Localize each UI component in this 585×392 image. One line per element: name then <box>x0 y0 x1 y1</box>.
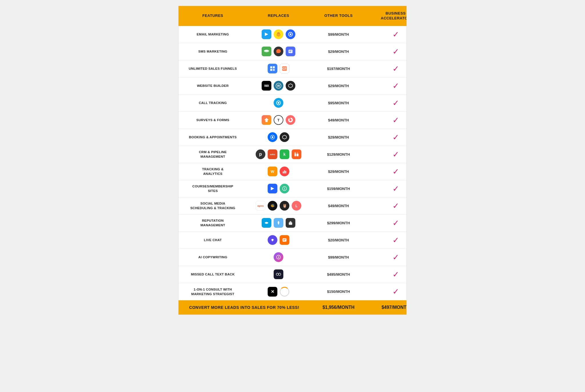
sms-icon3 <box>286 47 295 56</box>
svg-point-6 <box>290 33 291 35</box>
feature-label: AI COPYWRITING <box>179 251 247 263</box>
check-sms: ✓ <box>367 47 407 56</box>
twitter-x-icon: ✕ <box>268 287 277 297</box>
replaces-icons <box>247 95 310 111</box>
table-row: LIVE CHAT $20/MONTH ✓ <box>179 232 406 249</box>
check-ai: ✓ <box>367 253 407 262</box>
svg-rect-28 <box>284 170 285 173</box>
callrail-icon <box>274 98 283 108</box>
replaces-icons <box>247 232 310 248</box>
replaces-icons: T <box>247 112 310 128</box>
check-email: ✓ <box>367 30 407 39</box>
header-features: FEATURES <box>179 10 247 22</box>
table-row: EMAIL MARKETING $99/MONTH ✓ <box>179 26 406 43</box>
price-sms: $29/MONTH <box>310 49 367 54</box>
price-reputation: $299/MONTH <box>310 221 367 225</box>
agora-icon: agora <box>256 201 265 211</box>
svg-rect-29 <box>285 171 286 173</box>
svg-point-46 <box>276 273 279 275</box>
replaces-icons <box>247 27 310 42</box>
table-row: 1-ON-1 CONSULT WITHMARKETING STRATEGIST … <box>179 283 406 300</box>
activecampaign2-icon <box>286 29 295 39</box>
typeform-icon: T <box>274 115 283 125</box>
svg-rect-41 <box>283 238 287 242</box>
svg-text:🦉: 🦉 <box>282 203 287 208</box>
svg-point-2 <box>277 32 280 35</box>
check-website: ✓ <box>367 81 407 91</box>
svg-rect-13 <box>270 69 272 71</box>
loading-icon <box>280 287 289 297</box>
feature-label: MISSED CALL TEXT BACK <box>179 269 247 280</box>
feature-label: SURVEYS & FORMS <box>179 114 247 126</box>
check-surveys: ✓ <box>367 115 407 125</box>
table-row: SURVEYS & FORMS T $49/MONTH ✓ <box>179 112 406 129</box>
svg-rect-8 <box>289 50 292 53</box>
price-tracking: $29/MONTH <box>310 169 367 174</box>
feature-label: REPUTATIONMANAGEMENT <box>179 215 247 231</box>
svg-text:J: J <box>278 256 279 259</box>
svg-rect-38 <box>289 222 292 225</box>
check-reputation: ✓ <box>367 218 407 228</box>
table-row: WEBSITE BUILDER WiX W $29/MONTH ✓ <box>179 77 406 95</box>
check-booking: ✓ <box>367 133 407 142</box>
calendly-icon <box>268 132 277 142</box>
price-crm: $129/MONTH <box>310 152 367 157</box>
replaces-icons <box>247 129 310 145</box>
feature-label: CRM & PIPELINEMANAGEMENT <box>179 146 247 162</box>
replaces-icons: J <box>247 249 310 265</box>
comparison-table: FEATURES REPLACES OTHER TOOLS BUSINESS A… <box>178 6 407 315</box>
feature-label: CALL TRACKING <box>179 97 247 109</box>
header-other-tools: OTHER TOOLS <box>310 10 367 22</box>
table-row: SOCIAL MEDIASCHEDULING & TRACKING agora … <box>179 197 406 215</box>
funnels-icon2: CF <box>280 64 289 73</box>
svg-point-26 <box>297 153 298 153</box>
pult-icon <box>286 218 295 228</box>
replaces-icons: WiX W <box>247 78 310 93</box>
replaces-icons: p zoho k <box>247 147 310 162</box>
feature-label: SOCIAL MEDIASCHEDULING & TRACKING <box>179 198 247 214</box>
check-crm: ✓ <box>367 150 407 159</box>
svg-point-3 <box>278 33 278 33</box>
price-booking: $29/MONTH <box>310 135 367 139</box>
check-tracking: ✓ <box>367 167 407 176</box>
sms-icon1 <box>262 47 271 56</box>
svg-rect-12 <box>273 66 275 68</box>
svg-text:🐝: 🐝 <box>271 203 275 208</box>
wordpress-icon: W <box>274 81 283 91</box>
teachable-icon: t <box>280 184 289 193</box>
wicked-icon: W <box>268 167 277 176</box>
hootsuite-icon: 🦉 <box>280 201 289 211</box>
table-row: COURSES/MEMBERSHIPSITES t $159/MONTH ✓ <box>179 180 406 197</box>
table-row: MISSED CALL TEXT BACK $495/MONTH ✓ <box>179 266 406 283</box>
svg-text:L: L <box>295 204 297 208</box>
check-funnels: ✓ <box>367 64 407 73</box>
svg-rect-27 <box>283 171 284 173</box>
intercom-icon <box>280 235 289 245</box>
table-row: CRM & PIPELINEMANAGEMENT p zoho k $129/M… <box>179 146 406 163</box>
keap-icon: k <box>280 149 289 159</box>
price-surveys: $49/MONTH <box>310 118 367 122</box>
table-header: FEATURES REPLACES OTHER TOOLS BUSINESS A… <box>179 6 406 26</box>
header-replaces: REPLACES <box>247 10 310 22</box>
price-website: $29/MONTH <box>310 84 367 88</box>
svg-text:CF: CF <box>283 67 286 70</box>
price-funnels: $197/MONTH <box>310 67 367 71</box>
feature-label: UNLIMITED SALES FUNNELS <box>179 63 247 74</box>
squarespace-icon <box>286 81 295 91</box>
table-row: TRACKING &ANALYTICS W $29/MONTH ✓ <box>179 163 406 180</box>
price-consult: $150/MONTH <box>310 289 367 294</box>
replaces-icons: W <box>247 164 310 179</box>
funnels-icon1 <box>268 64 277 73</box>
feature-label: BOOKING & APPOINTMENTS <box>179 131 247 143</box>
brandwatch-icon <box>262 218 271 228</box>
surveysparrow-icon <box>286 115 295 125</box>
socialbee-icon: 🐝 <box>268 201 277 211</box>
svg-rect-11 <box>270 66 272 68</box>
check-missed: ✓ <box>367 270 407 279</box>
table-footer: CONVERT MORE LEADS INTO SALES FOR 70% LE… <box>179 300 406 315</box>
price-courses: $159/MONTH <box>310 187 367 191</box>
check-call: ✓ <box>367 98 407 108</box>
check-consult: ✓ <box>367 287 407 296</box>
falcon-icon <box>274 218 283 228</box>
zoho-icon: zoho <box>268 149 277 159</box>
